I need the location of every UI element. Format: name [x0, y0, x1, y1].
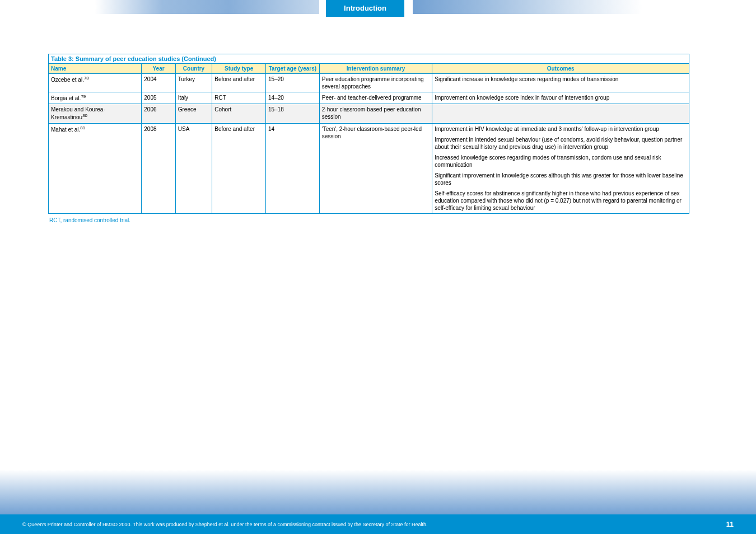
cell-age: 15–20 — [266, 74, 320, 92]
bottom-banner: © Queen's Printer and Controller of HMSO… — [0, 467, 756, 534]
cell-country: Greece — [175, 104, 212, 123]
cell-country: Italy — [175, 92, 212, 104]
footer-page-number: 11 — [726, 521, 734, 528]
cell-year: 2008 — [142, 123, 175, 213]
cell-intervention: 2-hour classroom-based peer education se… — [319, 104, 432, 123]
table-row: Mahat et al.81 2008 USA Before and after… — [49, 123, 689, 213]
cell-year: 2005 — [142, 92, 175, 104]
cell-name: Merakou and Kourea-Kremastinou80 — [49, 104, 142, 123]
summary-table: Table 3: Summary of peer education studi… — [48, 54, 689, 214]
cell-age: 15–18 — [266, 104, 320, 123]
cell-name: Borgia et al.79 — [49, 92, 142, 104]
table-row: Ozcebe et al.78 2004 Turkey Before and a… — [49, 74, 689, 92]
cell-type: Cohort — [212, 104, 266, 123]
cell-type: Before and after — [212, 74, 266, 92]
footer-copyright: © Queen's Printer and Controller of HMSO… — [22, 522, 428, 527]
cell-name: Ozcebe et al.78 — [49, 74, 142, 92]
cell-age: 14–20 — [266, 92, 320, 104]
cell-type: RCT — [212, 92, 266, 104]
cell-year: 2006 — [142, 104, 175, 123]
cell-intervention: Peer education programme incorporating s… — [319, 74, 432, 92]
table-row: Borgia et al.79 2005 Italy RCT 14–20 Pee… — [49, 92, 689, 104]
col-type: Study type — [212, 64, 266, 74]
cell-country: USA — [175, 123, 212, 213]
top-gradient-right — [413, 0, 642, 14]
cell-country: Turkey — [175, 74, 212, 92]
table-footnote: RCT, randomised controlled trial. — [48, 217, 689, 223]
cell-outcomes: Significant increase in knowledge scores… — [432, 74, 689, 92]
cell-intervention: Peer- and teacher-delivered programme — [319, 92, 432, 104]
bottom-gradient — [0, 470, 756, 514]
cell-name: Mahat et al.81 — [49, 123, 142, 213]
cell-intervention: 'Teen', 2-hour classroom-based peer-led … — [319, 123, 432, 213]
table-container: Table 3: Summary of peer education studi… — [48, 54, 689, 223]
cell-type: Before and after — [212, 123, 266, 213]
outcome-item: Improvement in intended sexual behaviour… — [435, 136, 687, 151]
outcome-item: Improvement in HIV knowledge at immediat… — [435, 125, 687, 133]
outcome-item: Self-efficacy scores for abstinence sign… — [435, 190, 687, 212]
outcome-item: Increased knowledge scores regarding mod… — [435, 154, 687, 168]
top-tab-introduction: Introduction — [326, 0, 404, 17]
top-banner: Introduction — [0, 0, 756, 17]
cell-outcomes: Improvement in HIV knowledge at immediat… — [432, 123, 689, 213]
cell-outcomes: Improvement on knowledge score index in … — [432, 92, 689, 104]
col-name: Name — [49, 64, 142, 74]
col-intervention: Intervention summary — [319, 64, 432, 74]
table-header-row: Name Year Country Study type Target age … — [49, 64, 689, 74]
top-gradient-left — [95, 0, 319, 14]
table-title: Table 3: Summary of peer education studi… — [49, 54, 689, 64]
bottom-bar: © Queen's Printer and Controller of HMSO… — [0, 514, 756, 534]
col-country: Country — [175, 64, 212, 74]
outcome-item: Significant improvement in knowledge sco… — [435, 172, 687, 186]
col-outcomes: Outcomes — [432, 64, 689, 74]
table-row: Merakou and Kourea-Kremastinou80 2006 Gr… — [49, 104, 689, 123]
col-year: Year — [142, 64, 175, 74]
col-age: Target age (years) — [266, 64, 320, 74]
cell-outcomes — [432, 104, 689, 123]
cell-year: 2004 — [142, 74, 175, 92]
cell-age: 14 — [266, 123, 320, 213]
table-title-row: Table 3: Summary of peer education studi… — [49, 54, 689, 64]
